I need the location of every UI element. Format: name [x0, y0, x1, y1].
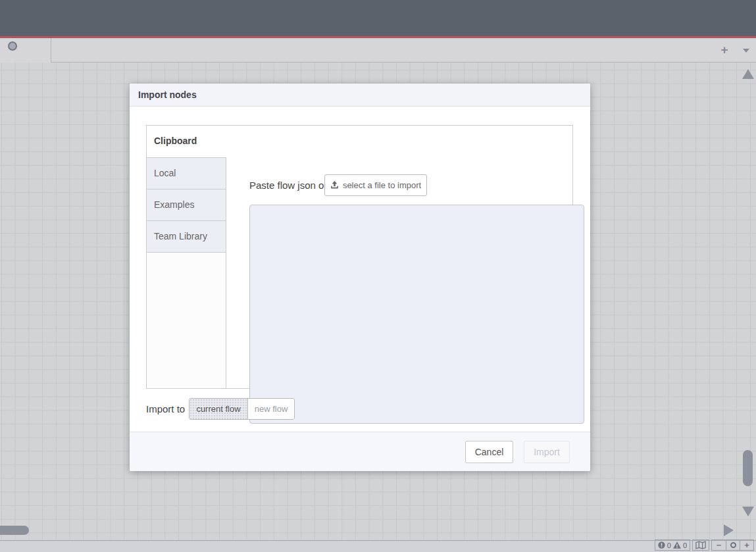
- flow-status-circle-icon: [8, 41, 17, 51]
- status-bar: [0, 540, 756, 552]
- tab-examples[interactable]: Examples: [147, 189, 226, 220]
- add-flow-button[interactable]: +: [717, 38, 732, 62]
- zoom-in-button[interactable]: +: [740, 540, 753, 550]
- tab-clipboard[interactable]: Clipboard: [147, 126, 226, 157]
- warning-count: 0: [683, 541, 687, 549]
- paste-prompt-label: Paste flow json or: [249, 180, 327, 191]
- import-button[interactable]: Import: [524, 441, 570, 463]
- caret-down-icon: [743, 49, 749, 53]
- navigator-toggle-button[interactable]: [692, 539, 709, 551]
- import-content-box: Clipboard Local Examples Team Library Pa…: [146, 125, 573, 389]
- circle-outline-icon: [730, 542, 736, 548]
- import-to-new-flow-button[interactable]: new flow: [247, 399, 294, 419]
- error-circle-icon: [658, 541, 665, 549]
- dialog-footer: Cancel Import: [130, 432, 590, 471]
- flow-json-textarea[interactable]: [249, 205, 584, 424]
- flow-tab[interactable]: [0, 38, 51, 63]
- horizontal-scrollbar-thumb[interactable]: [0, 526, 29, 535]
- dialog-title: Import nodes: [130, 84, 590, 107]
- import-to-toggle-group: current flow new flow: [189, 398, 295, 420]
- import-source-tabs: Clipboard Local Examples Team Library: [147, 126, 226, 388]
- status-bar-controls: 0 0 − +: [655, 539, 754, 551]
- error-count: 0: [667, 541, 671, 549]
- map-icon: [695, 541, 706, 549]
- scroll-down-arrow-icon[interactable]: [742, 507, 754, 516]
- scroll-right-arrow-icon[interactable]: [724, 524, 734, 536]
- import-to-label: Import to: [146, 403, 185, 414]
- import-nodes-dialog: Import nodes Clipboard Local Examples Te…: [130, 84, 590, 471]
- side-tabs-filler: [147, 252, 226, 388]
- zoom-controls: − +: [711, 539, 754, 551]
- select-file-button-label: select a file to import: [343, 180, 421, 190]
- import-to-current-flow-button[interactable]: current flow: [189, 399, 247, 419]
- upload-icon: [330, 181, 339, 189]
- warning-triangle-icon: [673, 541, 681, 549]
- scroll-up-arrow-icon[interactable]: [742, 69, 754, 79]
- zoom-reset-button[interactable]: [726, 540, 740, 550]
- flow-tabbar: +: [0, 38, 756, 63]
- app-header: [0, 0, 756, 38]
- select-file-button[interactable]: select a file to import: [324, 174, 427, 196]
- notifications-counter[interactable]: 0 0: [655, 539, 690, 551]
- tab-team-library[interactable]: Team Library: [147, 220, 226, 252]
- zoom-out-button[interactable]: −: [712, 540, 726, 550]
- tab-list-menu-button[interactable]: [741, 38, 751, 62]
- vertical-scrollbar-thumb[interactable]: [743, 450, 753, 486]
- cancel-button[interactable]: Cancel: [465, 441, 513, 463]
- tab-local[interactable]: Local: [147, 157, 226, 189]
